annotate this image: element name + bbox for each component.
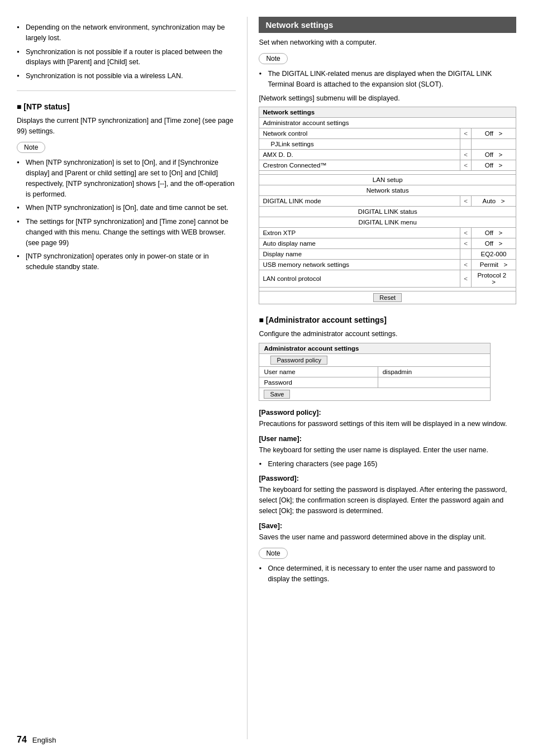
table-row: Extron XTP < Off > xyxy=(259,228,516,238)
admin-username-value: dispadmin xyxy=(378,367,490,377)
ns-usb-value: Permit > xyxy=(472,260,516,270)
ns-usb-label: USB memory network settings xyxy=(259,260,460,270)
table-row: Reset xyxy=(259,291,516,304)
ns-note-bullet: The DIGITAL LINK-related menus are displ… xyxy=(259,69,516,90)
ns-display-name-value: EQ2-000 xyxy=(472,249,516,260)
left-column: Depending on the network environment, sy… xyxy=(17,17,247,739)
page: Depending on the network environment, sy… xyxy=(0,0,533,756)
ns-extron-label: Extron XTP xyxy=(259,228,460,238)
admin-note-label: Note xyxy=(259,548,287,559)
ns-note-sub: [Network settings] submenu will be displ… xyxy=(259,93,516,104)
page-language: English xyxy=(32,736,56,744)
admin-table-header-row: Administrator account settings xyxy=(259,343,491,354)
password-text: The keyboard for setting the password is… xyxy=(259,485,516,516)
admin-save-button[interactable]: Save xyxy=(264,390,290,399)
bullet-item-2: Synchronization is not possible if a rou… xyxy=(17,47,236,68)
top-bullet-list: Depending on the network environment, sy… xyxy=(17,22,236,82)
table-row: Password policy xyxy=(259,354,491,367)
network-settings-table: Network settings Administrator account s… xyxy=(259,107,516,304)
table-row: PJLink settings xyxy=(259,139,516,150)
ns-lan-control-label: LAN control protocol xyxy=(259,270,460,288)
table-row: Password xyxy=(259,377,491,388)
ns-network-control-label: Network control xyxy=(259,128,460,139)
admin-note-bullet: Once determined, it is necessary to ente… xyxy=(259,563,516,585)
password-policy-label: [Password policy]: xyxy=(259,409,516,417)
ns-crestron-label: Crestron Connected™ xyxy=(259,160,460,171)
ns-lan-control-left-arrow[interactable]: < xyxy=(460,270,472,288)
user-name-bullets: Entering characters (see page 165) xyxy=(259,459,516,470)
ns-lan-setup-label[interactable]: LAN setup xyxy=(259,175,516,185)
table-row: Network status xyxy=(259,185,516,196)
table-row: LAN setup xyxy=(259,175,516,185)
bullet-item-1: Depending on the network environment, sy… xyxy=(17,22,236,44)
ntp-note-label: Note xyxy=(17,142,45,153)
ns-amx-label: AMX D. D. xyxy=(259,150,460,160)
admin-account-table: Administrator account settings Password … xyxy=(259,343,491,401)
ns-dl-mode-value: Auto > xyxy=(472,196,516,207)
admin-password-policy: Password policy xyxy=(259,354,491,367)
table-row: Crestron Connected™ < Off > xyxy=(259,160,516,171)
ns-lan-control-value: Protocol 2 > xyxy=(472,270,516,288)
admin-password-value xyxy=(378,377,490,388)
ns-admin-label: Administrator account settings xyxy=(259,118,516,128)
table-row-spacer xyxy=(259,288,516,291)
table-row-spacer xyxy=(259,171,516,175)
ns-amx-left-arrow[interactable]: < xyxy=(460,150,472,160)
table-row: User name dispadmin xyxy=(259,367,491,377)
ntp-note-bullets: When [NTP synchronization] is set to [On… xyxy=(17,157,236,272)
table-row: Network control < Off > xyxy=(259,128,516,139)
ns-usb-left-arrow[interactable]: < xyxy=(460,260,472,270)
admin-section-header: ■ [Administrator account settings] xyxy=(259,315,516,324)
table-row: Display name EQ2-000 xyxy=(259,249,516,260)
ns-auto-display-left-arrow[interactable]: < xyxy=(460,238,472,249)
save-text: Saves the user name and password determi… xyxy=(259,532,516,543)
save-label: [Save]: xyxy=(259,522,516,530)
table-row: DIGITAL LINK status xyxy=(259,207,516,217)
network-settings-header: Network settings xyxy=(259,17,516,33)
ns-network-control-left-arrow[interactable]: < xyxy=(460,128,472,139)
password-policy-text: Precautions for password settings of thi… xyxy=(259,419,516,429)
ns-dl-mode-left-arrow[interactable]: < xyxy=(460,196,472,207)
table-row: DIGITAL LINK menu xyxy=(259,217,516,228)
admin-note-bullets: Once determined, it is necessary to ente… xyxy=(259,563,516,585)
ntp-bullet-2: When [NTP synchronization] is [On], date… xyxy=(17,203,236,213)
ns-reset-cell: Reset xyxy=(259,291,516,304)
user-name-text: The keyboard for setting the user name i… xyxy=(259,445,516,456)
ns-note-bullets: The DIGITAL LINK-related menus are displ… xyxy=(259,69,516,90)
ns-spacer-1 xyxy=(259,171,516,175)
ns-network-status-label[interactable]: Network status xyxy=(259,185,516,196)
admin-description: Configure the administrator account sett… xyxy=(259,329,516,339)
table-row: DIGITAL LINK mode < Auto > xyxy=(259,196,516,207)
table-row: LAN control protocol < Protocol 2 > xyxy=(259,270,516,288)
right-column: Network settings Set when networking wit… xyxy=(247,17,516,739)
ns-pjlink-empty xyxy=(460,139,472,150)
ns-extron-value: Off > xyxy=(472,228,516,238)
ns-auto-display-value: Off > xyxy=(472,238,516,249)
ns-amx-value: Off > xyxy=(472,150,516,160)
ns-display-name-empty xyxy=(460,249,472,260)
ntp-bullet-1: When [NTP synchronization] is set to [On… xyxy=(17,157,236,199)
ns-dl-mode-label: DIGITAL LINK mode xyxy=(259,196,460,207)
ns-extron-left-arrow[interactable]: < xyxy=(460,228,472,238)
admin-table-title: Administrator account settings xyxy=(259,343,491,354)
table-row: Auto display name < Off > xyxy=(259,238,516,249)
ns-crestron-value: Off > xyxy=(472,160,516,171)
ns-note-label: Note xyxy=(259,53,287,64)
ntp-bullet-3: The settings for [NTP synchronization] a… xyxy=(17,217,236,248)
admin-username-label: User name xyxy=(259,367,378,377)
ns-dl-status-label[interactable]: DIGITAL LINK status xyxy=(259,207,516,217)
ns-reset-button[interactable]: Reset xyxy=(373,293,402,302)
network-settings-subtitle: Set when networking with a computer. xyxy=(259,39,516,46)
divider-1 xyxy=(17,90,236,91)
password-policy-button[interactable]: Password policy xyxy=(270,356,327,365)
ns-table-header-row: Network settings xyxy=(259,107,516,118)
bullet-item-3: Synchronization is not possible via a wi… xyxy=(17,71,236,82)
ns-auto-display-label: Auto display name xyxy=(259,238,460,249)
ns-crestron-left-arrow[interactable]: < xyxy=(460,160,472,171)
ns-dl-menu-label[interactable]: DIGITAL LINK menu xyxy=(259,217,516,228)
admin-password-label: Password xyxy=(259,377,378,388)
ntp-section-header: ■ [NTP status] xyxy=(17,102,236,111)
ns-table-title: Network settings xyxy=(259,107,516,118)
user-name-bullet: Entering characters (see page 165) xyxy=(259,459,516,470)
table-row: Administrator account settings xyxy=(259,118,516,128)
